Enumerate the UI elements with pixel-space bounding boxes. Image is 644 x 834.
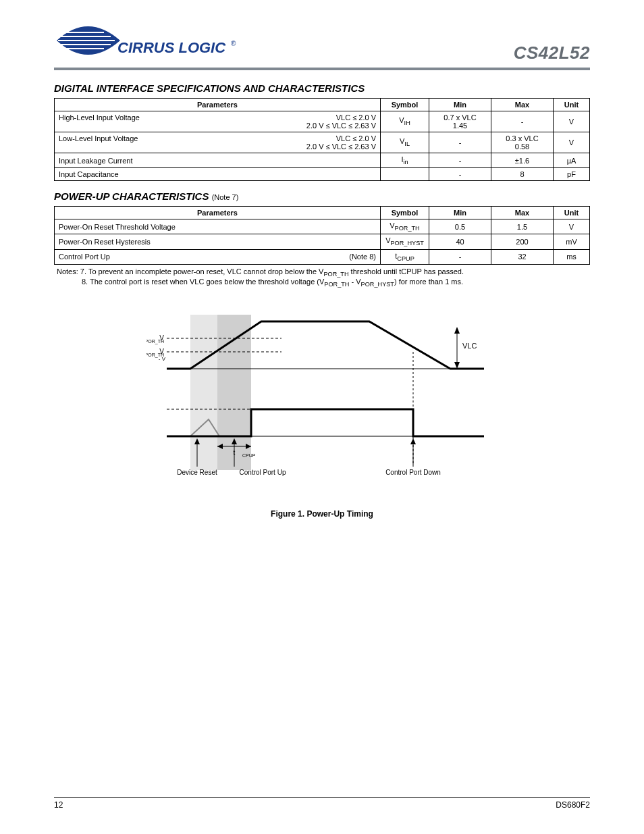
note-8: 8. The control port is reset when VLC go…: [57, 278, 590, 288]
param-condition: VLC ≤ 2.0 V 2.0 V ≤ VLC ≤ 2.63 V: [301, 113, 376, 130]
label-vlc: VLC: [462, 342, 477, 350]
power-up-table: Parameters Symbol Min Max Unit Power-On …: [54, 206, 590, 265]
symbol-cell: [381, 168, 429, 181]
min-cell: 0.5: [429, 219, 491, 234]
col-min: Min: [429, 207, 491, 219]
page-number: 12: [54, 800, 63, 810]
min-cell: 0.7 x VLC 1.45: [429, 111, 491, 132]
param-label: Input Capacitance: [55, 168, 381, 181]
col-parameters: Parameters: [55, 99, 381, 111]
page-footer: 12 DS680F2: [54, 797, 590, 810]
table-row: Low-Level Input Voltage VLC ≤ 2.0 V 2.0 …: [55, 132, 590, 153]
table-row: Input Capacitance - 8 pF: [55, 168, 590, 181]
table-header-row: Parameters Symbol Min Max Unit: [55, 99, 590, 111]
unit-cell: ms: [554, 249, 590, 264]
symbol-cell: VIH: [381, 111, 429, 132]
max-cell: 1.5: [491, 219, 554, 234]
section-note-ref: (Note 7): [212, 193, 239, 201]
section-title-power-up: POWER-UP CHARACTERISTICS (Note 7): [54, 190, 590, 202]
col-symbol: Symbol: [381, 207, 429, 219]
param-condition: VLC ≤ 2.0 V 2.0 V ≤ VLC ≤ 2.63 V: [301, 134, 376, 151]
label-device-reset: Device Reset: [177, 469, 217, 476]
logo-brand-text: CIRRUS LOGIC: [117, 39, 226, 56]
param-label: Control Port Up (Note 8): [55, 249, 381, 264]
logo-reg-mark: ®: [231, 40, 236, 47]
max-cell: -: [491, 111, 554, 132]
logo: CIRRUS LOGIC ®: [54, 20, 236, 63]
doc-id: DS680F2: [556, 800, 590, 810]
min-cell: 40: [429, 234, 491, 249]
symbol-cell: tCPUP: [381, 249, 429, 264]
table-header-row: Parameters Symbol Min Max Unit: [55, 207, 590, 219]
svg-text:CPUP: CPUP: [242, 453, 256, 458]
header-rule: [54, 68, 590, 70]
min-cell: -: [429, 153, 491, 168]
unit-cell: V: [554, 219, 590, 234]
min-cell: -: [429, 249, 491, 264]
param-label: Power-On Reset Hysteresis: [55, 234, 381, 249]
part-number: CS42L52: [514, 43, 590, 63]
figure-power-up-timing: VLC V POR_TH V POR_TH t CPUP Device Rese…: [54, 301, 590, 497]
symbol-cell: VPOR_TH: [381, 219, 429, 234]
max-cell: 8: [491, 168, 554, 181]
param-label: Input Leakage Current: [55, 153, 381, 168]
symbol-cell: VIL: [381, 132, 429, 153]
col-unit: Unit: [554, 99, 590, 111]
notes-block: Notes: 7. To prevent an incomplete power…: [57, 267, 590, 288]
col-symbol: Symbol: [381, 99, 429, 111]
col-max: Max: [491, 99, 554, 111]
page-header: CIRRUS LOGIC ® CS42L52: [54, 20, 590, 63]
param-label: Power-On Reset Threshold Voltage: [55, 219, 381, 234]
symbol-cell: Iin: [381, 153, 429, 168]
min-cell: -: [429, 132, 491, 153]
cirrus-logic-logo-icon: CIRRUS LOGIC ®: [54, 20, 236, 63]
param-label: High-Level Input Voltage: [59, 113, 301, 130]
table-row: Input Leakage Current Iin - ±1.6 µA: [55, 153, 590, 168]
unit-cell: V: [554, 132, 590, 153]
unit-cell: µA: [554, 153, 590, 168]
svg-text:- V: - V: [159, 356, 166, 362]
row-note-ref: (Note 8): [349, 253, 376, 261]
table-row: Power-On Reset Threshold Voltage VPOR_TH…: [55, 219, 590, 234]
max-cell: 200: [491, 234, 554, 249]
unit-cell: pF: [554, 168, 590, 181]
max-cell: ±1.6: [491, 153, 554, 168]
param-label: Low-Level Input Voltage: [59, 134, 301, 151]
min-cell: -: [429, 168, 491, 181]
note-7: Notes: 7. To prevent an incomplete power…: [57, 267, 590, 278]
figure-caption: Figure 1. Power-Up Timing: [54, 509, 590, 519]
svg-marker-30: [410, 438, 416, 444]
max-cell: 0.3 x VLC 0.58: [491, 132, 554, 153]
max-cell: 32: [491, 249, 554, 264]
col-parameters: Parameters: [55, 207, 381, 219]
col-unit: Unit: [554, 207, 590, 219]
digital-interface-table: Parameters Symbol Min Max Unit High-Leve…: [54, 98, 590, 181]
table-row: Power-On Reset Hysteresis VPOR_HYST 40 2…: [55, 234, 590, 249]
section-title-digital-interface: DIGITAL INTERFACE SPECIFICATIONS AND CHA…: [54, 82, 590, 94]
col-min: Min: [429, 99, 491, 111]
svg-marker-12: [454, 327, 460, 334]
table-row: High-Level Input Voltage VLC ≤ 2.0 V 2.0…: [55, 111, 590, 132]
label-control-port-down: Control Port Down: [385, 469, 441, 476]
unit-cell: V: [554, 111, 590, 132]
col-max: Max: [491, 207, 554, 219]
table-row: Control Port Up (Note 8) tCPUP - 32 ms: [55, 249, 590, 264]
unit-cell: mV: [554, 234, 590, 249]
svg-text:POR_TH: POR_TH: [146, 339, 164, 344]
symbol-cell: VPOR_HYST: [381, 234, 429, 249]
label-control-port-up: Control Port Up: [240, 469, 286, 476]
